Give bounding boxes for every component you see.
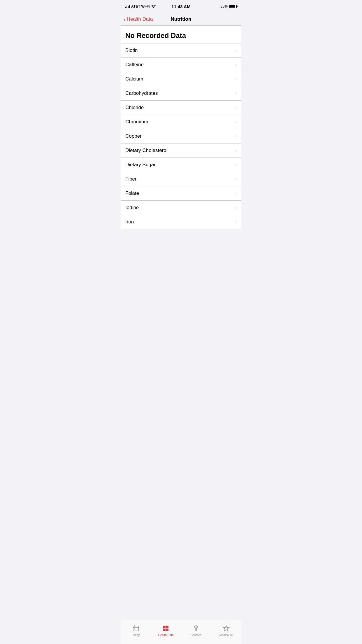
signal-bar-4 (129, 5, 130, 8)
list-item[interactable]: Biotin › (121, 43, 241, 58)
chevron-right-icon: › (235, 91, 237, 96)
chevron-right-icon: › (235, 76, 237, 82)
status-bar: AT&T Wi-Fi 11:43 AM 85% (121, 0, 241, 13)
list-item-label: Folate (125, 190, 139, 196)
status-left: AT&T Wi-Fi (125, 4, 156, 9)
list-item-label: Carbohydrates (125, 90, 158, 96)
list-item-label: Dietary Cholesterol (125, 148, 168, 153)
list-item[interactable]: Fiber › (121, 172, 241, 186)
list-item[interactable]: Folate › (121, 186, 241, 201)
status-time: 11:43 AM (171, 4, 190, 9)
chevron-right-icon: › (235, 48, 237, 53)
signal-bars (125, 5, 130, 8)
back-label: Health Data (127, 16, 153, 22)
section-header: No Recorded Data (121, 26, 241, 43)
list-item-label: Biotin (125, 48, 138, 53)
chevron-right-icon: › (235, 219, 237, 225)
list-item-label: Dietary Sugar (125, 162, 156, 168)
list-item[interactable]: Copper › (121, 129, 241, 144)
list-item-label: Copper (125, 133, 142, 139)
nutrition-list: Biotin › Caffeine › Calcium › Carbohydra… (121, 43, 241, 229)
nav-bar: ‹ Health Data Nutrition (121, 13, 241, 26)
wifi-icon (151, 4, 156, 9)
list-item[interactable]: Dietary Cholesterol › (121, 144, 241, 158)
chevron-right-icon: › (235, 119, 237, 125)
carrier-label: AT&T Wi-Fi (131, 4, 150, 8)
battery-icon (229, 5, 237, 8)
list-item-label: Iodine (125, 205, 139, 211)
list-item-label: Iron (125, 219, 134, 225)
list-item[interactable]: Dietary Sugar › (121, 158, 241, 172)
signal-bar-3 (128, 6, 129, 8)
list-item[interactable]: Carbohydrates › (121, 86, 241, 101)
main-content: No Recorded Data Biotin › Caffeine › Cal… (121, 26, 241, 229)
list-item-label: Fiber (125, 176, 137, 182)
signal-bar-1 (125, 7, 126, 8)
status-right: 85% (221, 4, 237, 8)
list-item-label: Calcium (125, 76, 143, 82)
back-chevron-icon: ‹ (124, 16, 126, 22)
chevron-right-icon: › (235, 162, 237, 167)
list-item-label: Caffeine (125, 62, 144, 68)
list-item[interactable]: Iron › (121, 215, 241, 229)
list-item[interactable]: Chloride › (121, 101, 241, 115)
list-item[interactable]: Caffeine › (121, 58, 241, 72)
chevron-right-icon: › (235, 148, 237, 153)
chevron-right-icon: › (235, 134, 237, 139)
scroll-area: No Recorded Data Biotin › Caffeine › Cal… (121, 26, 241, 253)
chevron-right-icon: › (235, 105, 237, 110)
list-item-label: Chloride (125, 105, 144, 111)
nav-title: Nutrition (171, 16, 191, 22)
list-item[interactable]: Iodine › (121, 201, 241, 215)
signal-bar-2 (126, 6, 127, 8)
chevron-right-icon: › (235, 191, 237, 196)
chevron-right-icon: › (235, 176, 237, 182)
list-item[interactable]: Chromium › (121, 115, 241, 129)
battery-percentage: 85% (221, 4, 228, 8)
list-item[interactable]: Calcium › (121, 72, 241, 86)
chevron-right-icon: › (235, 62, 237, 67)
list-item-label: Chromium (125, 119, 148, 125)
back-button[interactable]: ‹ Health Data (124, 16, 153, 22)
chevron-right-icon: › (235, 205, 237, 210)
no-recorded-data-title: No Recorded Data (125, 32, 237, 40)
